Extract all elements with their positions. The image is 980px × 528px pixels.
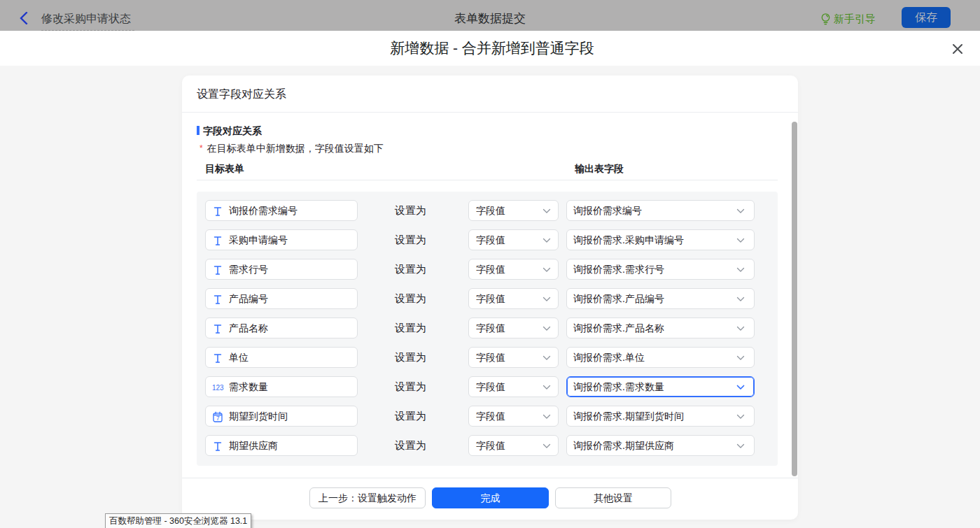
svg-text:7: 7: [216, 415, 220, 422]
